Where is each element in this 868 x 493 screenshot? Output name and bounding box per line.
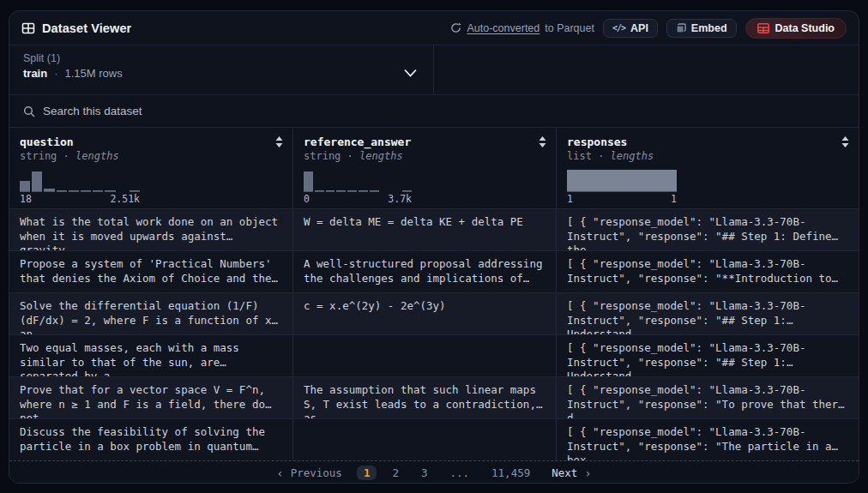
table-cell[interactable]: Solve the differential equation (1/F) (d… [9,293,293,334]
histogram-bucket [402,170,412,192]
search-input[interactable] [43,105,845,117]
histogram-bar [93,190,103,191]
data-studio-icon [757,23,769,33]
data-studio-button[interactable]: Data Studio [745,18,847,39]
table-cell[interactable]: Two equal masses, each with a mass simil… [9,335,293,376]
histogram-min: 0 [304,193,310,205]
histogram-bucket [370,170,379,192]
embed-icon [676,23,686,33]
table-cell[interactable]: [ { "response_model": "Llama-3.3-70B-Ins… [557,251,859,292]
auto-converted-link[interactable]: Auto-converted [467,22,539,34]
histogram-bucket [304,170,313,192]
table-cell[interactable]: [ { "response_model": "Llama-3.3-70B-Ins… [557,419,859,460]
sort-icon[interactable] [274,135,284,148]
table-body: What is the total work done on an object… [9,208,859,460]
table-cell[interactable]: A well-structured proposal addressing th… [293,251,557,292]
table-row[interactable]: Solve the differential equation (1/F) (d… [9,292,859,334]
split-row: Split (1) train · 1.15M rows [9,45,859,95]
table-cell[interactable] [293,419,557,460]
column-header-question[interactable]: question string · lengths 18 2.51k [9,128,293,208]
histogram-max: 2.51k [110,193,140,205]
histogram-bar [57,190,67,191]
histogram-bar [44,189,54,191]
page-button-2[interactable]: 2 [385,466,406,480]
table-cell[interactable]: [ { "response_model": "Llama-3.3-70B-Ins… [557,209,859,250]
table-grid-icon [21,21,35,35]
auto-converted-rest: to Parquet [545,22,594,34]
search-icon [23,105,35,117]
histogram-bucket [391,170,401,192]
split-name: train [23,67,47,80]
histogram-bucket [118,170,128,192]
table-row[interactable]: Propose a system of 'Practical Numbers' … [9,250,859,292]
histogram-bucket [20,170,30,192]
auto-converted-note: Auto-converted to Parquet [450,22,594,34]
table-cell[interactable]: Discuss the feasibility of solving the p… [9,419,293,460]
split-selector[interactable]: Split (1) train · 1.15M rows [9,45,434,94]
histogram-bucket [326,170,335,192]
chevron-down-icon [403,68,418,78]
histogram-bucket [336,170,346,192]
sort-icon[interactable] [538,135,547,148]
page-ellipsis: ... [443,466,476,480]
previous-page-button[interactable]: ‹ Previous [276,466,342,480]
table-row[interactable]: Two equal masses, each with a mass simil… [9,334,859,376]
histogram-bar [347,190,357,191]
search-bar [9,95,859,128]
histogram-responses [567,170,677,192]
table-cell[interactable]: [ { "response_model": "Llama-3.3-70B-Ins… [557,377,859,418]
column-header-responses[interactable]: responses list · lengths 1 1 [557,128,859,208]
table-cell[interactable] [293,335,557,376]
table-header: question string · lengths 18 2.51k refer… [9,128,859,208]
table-cell[interactable]: What is the total work done on an object… [9,209,293,250]
histogram-question [20,170,140,192]
table-row[interactable]: Prove that for a vector space V = F^n, w… [9,376,859,418]
histogram-bar [567,170,677,191]
split-row-spacer [434,45,859,94]
histogram-bar [304,171,313,191]
histogram-min: 1 [567,193,573,205]
table-cell[interactable]: [ { "response_model": "Llama-3.3-70B-Ins… [557,293,859,334]
split-row-count: 1.15M rows [65,67,123,80]
histogram-bar [336,190,346,191]
sync-icon [450,22,461,33]
table-cell[interactable]: Propose a system of 'Practical Numbers' … [9,251,293,292]
histogram-bar [370,190,379,191]
page-list: 123...11,459 [357,466,537,480]
chevron-right-icon: › [584,466,591,480]
table-cell[interactable]: The assumption that such linear maps S, … [293,377,557,418]
histogram-bar [315,190,324,191]
histogram-max: 3.7k [388,193,412,205]
histogram-bar [105,190,115,191]
embed-button[interactable]: Embed [666,19,737,38]
page-title: Dataset Viewer [42,21,131,35]
sort-icon[interactable] [841,135,850,148]
next-page-button[interactable]: Next › [552,466,592,480]
histogram-bucket [32,170,42,192]
histogram-bar [69,190,79,191]
histogram-bar [20,181,30,191]
histogram-reference-answer [304,170,412,192]
histogram-bar [130,190,140,191]
histogram-bucket [81,170,91,192]
page-button-11,459[interactable]: 11,459 [485,466,537,480]
table-row[interactable]: Discuss the feasibility of solving the p… [9,418,859,460]
table-row[interactable]: What is the total work done on an object… [9,208,859,250]
table-cell[interactable]: Prove that for a vector space V = F^n, w… [9,377,293,418]
page-button-3[interactable]: 3 [414,466,435,480]
table-cell[interactable]: c = x.e^(2y) - 2e^(3y) [293,293,557,334]
histogram-bar [402,190,412,191]
pagination: ‹ Previous 123...11,459 Next › [9,460,859,484]
api-button[interactable]: </> API [603,19,658,38]
table-cell[interactable]: W = delta ME = delta KE + delta PE [293,209,557,250]
histogram-bucket [69,170,79,192]
histogram-bar [326,190,335,191]
histogram-bucket [44,170,54,192]
histogram-bucket [347,170,357,192]
histogram-min: 18 [20,193,32,205]
page-button-1[interactable]: 1 [357,466,377,480]
table-cell[interactable]: [ { "response_model": "Llama-3.3-70B-Ins… [557,335,859,376]
histogram-bar [359,190,368,191]
histogram-bar [32,171,42,191]
column-header-reference-answer[interactable]: reference_answer string · lengths 0 3.7k [293,128,557,208]
